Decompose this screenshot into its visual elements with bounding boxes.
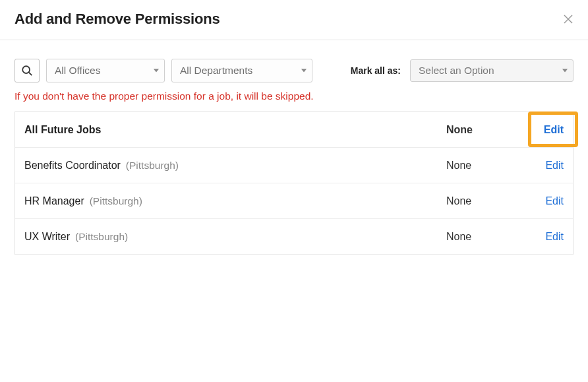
- close-button[interactable]: [563, 14, 573, 24]
- svg-point-2: [22, 66, 30, 73]
- job-cell: Benefits Coordinator(Pittsburgh): [24, 160, 446, 172]
- svg-line-3: [29, 73, 32, 76]
- job-location: (Pittsburgh): [90, 195, 142, 207]
- table-row: All Future JobsNoneEdit: [15, 112, 573, 148]
- job-cell: UX Writer(Pittsburgh): [24, 231, 446, 243]
- job-title: UX Writer: [24, 231, 70, 243]
- modal-header: Add and Remove Permissions: [0, 0, 588, 40]
- edit-link[interactable]: Edit: [545, 195, 564, 207]
- permissions-table: All Future JobsNoneEditBenefits Coordina…: [15, 111, 573, 255]
- mark-all-label: Mark all as:: [351, 65, 401, 76]
- edit-cell: Edit: [519, 160, 564, 172]
- edit-link[interactable]: Edit: [544, 124, 564, 136]
- edit-link[interactable]: Edit: [545, 160, 564, 172]
- chevron-down-icon: [154, 69, 159, 73]
- chevron-down-icon: [562, 69, 568, 73]
- job-title: Benefits Coordinator: [24, 160, 121, 172]
- warning-text: If you don't have the proper permission …: [0, 89, 588, 111]
- permission-cell: None: [446, 231, 519, 243]
- job-cell: HR Manager(Pittsburgh): [24, 195, 446, 207]
- mark-all-select[interactable]: Select an Option: [410, 59, 573, 82]
- job-location: (Pittsburgh): [75, 231, 128, 243]
- departments-filter-label: All Departments: [180, 65, 252, 77]
- search-button[interactable]: [15, 59, 40, 82]
- mark-all-placeholder: Select an Option: [419, 65, 494, 77]
- departments-filter-select[interactable]: All Departments: [171, 59, 312, 82]
- table-row: Benefits Coordinator(Pittsburgh)NoneEdit: [15, 148, 573, 183]
- permission-cell: None: [446, 124, 519, 136]
- permission-cell: None: [446, 160, 519, 172]
- modal-title: Add and Remove Permissions: [15, 11, 220, 28]
- table-row: UX Writer(Pittsburgh)NoneEdit: [15, 219, 573, 255]
- close-icon: [564, 15, 573, 24]
- job-title: HR Manager: [24, 195, 84, 207]
- job-title: All Future Jobs: [24, 124, 101, 136]
- offices-filter-label: All Offices: [55, 65, 101, 77]
- table-row: HR Manager(Pittsburgh)NoneEdit: [15, 183, 573, 219]
- edit-cell: Edit: [519, 195, 564, 207]
- search-icon: [21, 65, 33, 77]
- offices-filter-select[interactable]: All Offices: [46, 59, 165, 82]
- filter-toolbar: All Offices All Departments Mark all as:…: [0, 40, 588, 89]
- job-location: (Pittsburgh): [126, 160, 179, 172]
- edit-link[interactable]: Edit: [545, 231, 564, 243]
- chevron-down-icon: [301, 69, 307, 73]
- edit-cell: Edit: [519, 124, 564, 136]
- edit-cell: Edit: [519, 231, 564, 243]
- permission-cell: None: [446, 195, 519, 207]
- job-cell: All Future Jobs: [24, 124, 446, 136]
